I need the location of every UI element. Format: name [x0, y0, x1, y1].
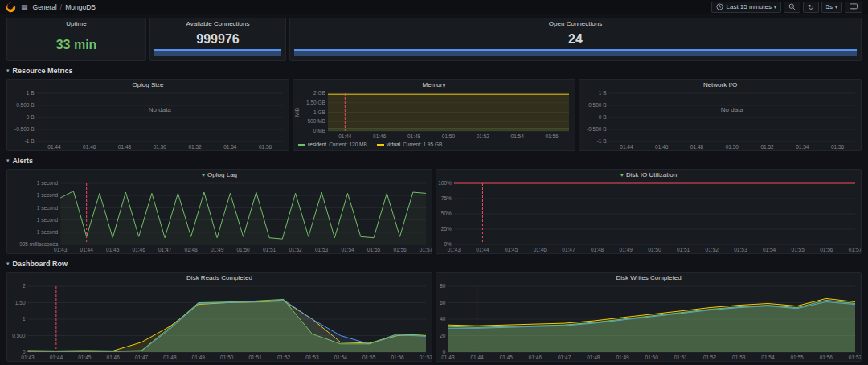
svg-text:01:56: 01:56 [831, 144, 845, 150]
memory-chart[interactable]: 2 GB1.50 GB1 GB500 MB0 MB01:4401:4601:48… [293, 90, 575, 140]
refresh-button[interactable]: ↻ [803, 2, 819, 13]
svg-text:1 second: 1 second [37, 192, 59, 198]
svg-text:01:55: 01:55 [790, 355, 804, 360]
alerts-panels: ♥ Oplog Lag 1 second1 second1 second1 se… [6, 169, 862, 254]
panel-title-text: Oplog Lag [207, 171, 237, 178]
available-connections-panel-title[interactable]: Available Connections [150, 18, 285, 29]
svg-text:0 B: 0 B [27, 114, 35, 120]
available-connections-gauge-bar [154, 49, 281, 56]
svg-text:01:44: 01:44 [470, 355, 484, 360]
legend-item-virtual[interactable]: virtual Current: 1.95 GB [377, 141, 442, 147]
oplog-lag-chart[interactable]: 1 second1 second1 second1 second1 second… [7, 180, 432, 253]
svg-text:01:48: 01:48 [591, 247, 604, 252]
svg-text:01:43: 01:43 [448, 247, 461, 252]
memory-panel-title[interactable]: Memory [293, 80, 575, 90]
row-header-alerts[interactable]: ▾ Alerts [6, 155, 862, 166]
row-header-resource-metrics[interactable]: ▾ Resource Metrics [6, 65, 862, 76]
svg-text:01:44: 01:44 [47, 144, 61, 150]
svg-text:01:56: 01:56 [820, 355, 833, 360]
chevron-down-icon: ▾ [6, 68, 10, 74]
svg-text:01:46: 01:46 [655, 144, 669, 150]
svg-text:1.50 GB: 1.50 GB [306, 100, 326, 105]
svg-text:75%: 75% [441, 195, 452, 201]
svg-text:01:47: 01:47 [562, 247, 575, 252]
svg-text:1 second: 1 second [37, 229, 59, 235]
disk-io-utilization-panel-title[interactable]: ♥ Disk IO Utilization [436, 170, 861, 180]
svg-text:0.500 B: 0.500 B [588, 102, 606, 108]
svg-text:01:56: 01:56 [391, 355, 404, 360]
svg-text:01:43: 01:43 [441, 355, 455, 360]
refresh-icon: ↻ [808, 4, 814, 11]
refresh-interval-dropdown[interactable]: 5s ▾ [821, 2, 842, 13]
disk-writes-chart[interactable]: 80604020001:4301:4401:4501:4601:4701:480… [436, 283, 861, 361]
svg-text:01:57: 01:57 [420, 355, 432, 360]
svg-text:MiB: MiB [294, 108, 300, 117]
network-io-chart[interactable]: 1 B0.500 B0 B-0.500 B-1 B01:4401:4601:48… [579, 90, 861, 150]
dashboard: Uptime 33 min Available Connections 9999… [0, 14, 868, 362]
svg-text:01:56: 01:56 [545, 133, 559, 139]
panel-oplog-size: Oplog Size 1 B0.500 B0 B-0.500 B-1 B01:4… [6, 79, 289, 151]
svg-text:01:48: 01:48 [407, 133, 421, 139]
grafana-logo[interactable] [6, 2, 16, 13]
zoom-out-icon [788, 3, 796, 12]
row-header-dashboard-row[interactable]: ▾ Dashboard Row [6, 258, 862, 269]
svg-text:01:49: 01:49 [192, 355, 206, 360]
zoom-out-button[interactable] [784, 2, 800, 13]
open-connections-value: 24 [290, 29, 861, 49]
svg-text:01:48: 01:48 [690, 144, 704, 150]
legend-item-resident[interactable]: resident Current: 120 MB [298, 141, 367, 147]
disk-io-utilization-chart[interactable]: 100%75%50%25%0%01:4301:4401:4501:4601:47… [436, 180, 861, 253]
oplog-lag-panel-title[interactable]: ♥ Oplog Lag [7, 170, 432, 180]
svg-text:1 B: 1 B [599, 90, 607, 96]
disk-reads-chart[interactable]: 21.5010.500001:4301:4401:4501:4601:4701:… [7, 283, 432, 361]
panel-title-text: Network I/O [703, 81, 737, 88]
monitor-icon [850, 3, 858, 12]
svg-text:01:45: 01:45 [78, 355, 92, 360]
svg-text:01:52: 01:52 [703, 355, 717, 360]
disk-writes-panel-title[interactable]: Disk Writes Completed [436, 273, 861, 283]
cycle-view-button[interactable] [845, 2, 862, 13]
series-name: virtual [387, 141, 400, 147]
open-connections-panel-title[interactable]: Open Connections [290, 18, 861, 29]
available-connections-value: 999976 [150, 29, 285, 49]
oplog-size-chart[interactable]: 1 B0.500 B0 B-0.500 B-1 B01:4401:4601:48… [7, 90, 289, 150]
svg-text:1 second: 1 second [37, 205, 59, 211]
breadcrumb-dashboard[interactable]: MongoDB [65, 3, 96, 11]
time-range-picker[interactable]: Last 15 minutes ▾ [711, 2, 781, 13]
svg-text:500 MB: 500 MB [307, 118, 325, 124]
svg-text:40: 40 [440, 316, 446, 322]
disk-reads-panel-title[interactable]: Disk Reads Completed [7, 273, 432, 283]
svg-text:01:45: 01:45 [106, 247, 120, 252]
svg-text:01:53: 01:53 [315, 247, 329, 252]
stat-row: Uptime 33 min Available Connections 9999… [6, 18, 862, 61]
svg-text:01:46: 01:46 [107, 355, 121, 360]
svg-text:01:56: 01:56 [259, 144, 272, 150]
svg-text:01:55: 01:55 [367, 247, 381, 252]
panel-oplog-lag: ♥ Oplog Lag 1 second1 second1 second1 se… [6, 169, 432, 254]
svg-text:20: 20 [440, 333, 446, 338]
svg-text:01:49: 01:49 [620, 247, 633, 252]
svg-text:01:46: 01:46 [529, 355, 542, 360]
breadcrumb-folder[interactable]: General [33, 3, 57, 11]
network-io-panel-title[interactable]: Network I/O [579, 80, 861, 90]
svg-text:01:46: 01:46 [83, 144, 96, 150]
svg-text:01:54: 01:54 [341, 247, 354, 252]
svg-text:01:57: 01:57 [849, 355, 861, 360]
refresh-interval-label: 5s [826, 4, 833, 10]
panel-title-text: Disk Writes Completed [616, 274, 681, 281]
svg-text:No data: No data [149, 106, 172, 113]
svg-text:0 MB: 0 MB [313, 128, 326, 133]
oplog-size-panel-title[interactable]: Oplog Size [7, 80, 289, 90]
svg-text:01:54: 01:54 [223, 144, 237, 150]
clock-icon [716, 3, 723, 12]
panel-available-connections: Available Connections 999976 [149, 18, 286, 61]
svg-text:01:44: 01:44 [50, 355, 63, 360]
uptime-panel-title[interactable]: Uptime [7, 18, 145, 29]
panel-uptime: Uptime 33 min [6, 18, 146, 61]
svg-text:0.500 B: 0.500 B [16, 102, 34, 108]
svg-text:01:53: 01:53 [734, 247, 747, 252]
row-title: Dashboard Row [13, 260, 68, 268]
svg-text:01:54: 01:54 [763, 247, 776, 252]
panel-title-text: Disk Reads Completed [186, 274, 252, 281]
svg-text:01:47: 01:47 [158, 247, 172, 252]
